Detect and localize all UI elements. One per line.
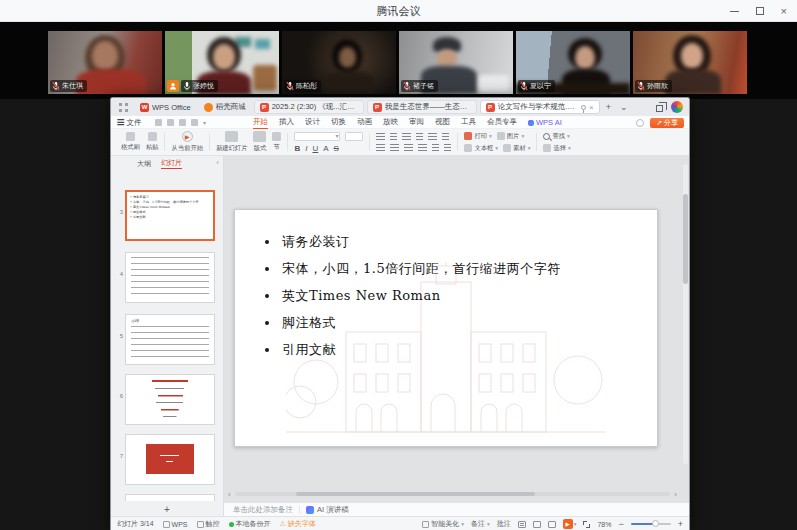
smart-beautify-button[interactable]: 智能美化▾ <box>422 519 464 529</box>
tab-outline[interactable]: 大纲 <box>137 159 151 169</box>
wps-status-item[interactable]: WPS <box>163 521 188 528</box>
new-tab-button[interactable]: + <box>603 102 614 112</box>
print-button[interactable]: 打印▾ <box>464 132 491 141</box>
align-right-icon[interactable] <box>404 144 413 152</box>
tab-docer-mall[interactable]: 稻壳商城 <box>199 100 251 114</box>
file-menu[interactable]: ☰ 文件 <box>117 116 142 129</box>
bold-button[interactable]: B <box>294 144 300 153</box>
save-icon[interactable] <box>155 119 162 126</box>
fit-slide-icon[interactable] <box>583 521 590 528</box>
ribbon-tab-insert[interactable]: 插入 <box>279 116 294 130</box>
missing-font-warning[interactable]: ⚠ 缺失字体 <box>280 519 316 529</box>
ribbon-tab-view[interactable]: 视图 <box>435 116 450 130</box>
font-size-select[interactable] <box>345 132 363 141</box>
underline-button[interactable]: U <box>312 144 318 153</box>
vertical-scrollbar[interactable] <box>683 164 688 464</box>
minimize-icon[interactable] <box>730 11 739 12</box>
tab-wps-home[interactable]: W WPS Office <box>135 100 196 114</box>
participant-tile[interactable]: 陈柏彤 <box>282 31 396 94</box>
numbered-list-icon[interactable] <box>390 133 397 141</box>
align-left-icon[interactable] <box>376 144 385 152</box>
zoom-slider-knob[interactable] <box>652 520 659 527</box>
restore-window-icon[interactable] <box>656 105 663 112</box>
tab-document-1[interactable]: P 2025.2 (2:30) 《现...汇文入门... <box>254 100 364 114</box>
notes-toggle-button[interactable]: 备注▾ <box>471 519 490 529</box>
indent-decrease-icon[interactable] <box>402 133 411 141</box>
ribbon-tab-tools[interactable]: 工具 <box>461 116 476 130</box>
participant-tile[interactable]: 褚子铭 <box>399 31 513 94</box>
ai-speech-button[interactable]: AI 演讲稿 <box>306 505 349 515</box>
ribbon-tab-home[interactable]: 开始 <box>253 116 268 130</box>
quick-access-caret-icon[interactable]: ▾ <box>203 119 206 126</box>
tab-slides[interactable]: 幻灯片 <box>161 158 182 169</box>
print-icon[interactable] <box>167 119 174 126</box>
comments-button[interactable]: 批注 <box>497 519 511 529</box>
pin-icon[interactable] <box>581 105 586 110</box>
find-button[interactable]: 查找▾ <box>543 132 569 141</box>
slide-thumbnail[interactable] <box>125 374 215 425</box>
scrollbar-thumb[interactable] <box>296 492 536 496</box>
local-backup-status[interactable]: 本地备份开 <box>229 519 271 529</box>
redo-icon[interactable] <box>191 119 198 126</box>
ribbon-tab-design[interactable]: 设计 <box>305 116 320 130</box>
user-avatar[interactable] <box>671 101 683 113</box>
insert-image-button[interactable]: 图片▾ <box>497 132 524 141</box>
line-spacing-icon[interactable] <box>428 133 437 141</box>
notes-placeholder[interactable]: 单击此处添加备注 <box>233 505 293 515</box>
participant-tile[interactable]: 孙雨欣 <box>633 31 747 94</box>
text-direction-icon[interactable] <box>442 133 449 141</box>
slide-thumbnail[interactable]: 小结 <box>125 314 215 365</box>
add-slide-button[interactable]: + <box>111 504 223 515</box>
textbox-button[interactable]: 文本框▾ <box>464 144 498 153</box>
font-color-button[interactable]: A <box>323 144 328 153</box>
close-icon[interactable]: × <box>781 6 787 16</box>
touch-mode-toggle[interactable]: 触控 <box>197 519 220 529</box>
maximize-icon[interactable] <box>756 7 764 15</box>
zoom-in-button[interactable]: + <box>678 519 683 529</box>
ribbon-tab-wps-ai[interactable]: WPS AI <box>528 116 562 130</box>
paste-button[interactable]: 粘贴 <box>146 132 159 152</box>
play-from-current-button[interactable]: ▶从当前开始 <box>171 131 202 153</box>
ribbon-tab-animation[interactable]: 动画 <box>357 116 372 130</box>
strikethrough-button[interactable]: S <box>334 144 339 153</box>
scroll-left-icon[interactable]: ‹ <box>228 490 231 499</box>
reading-view-icon[interactable] <box>548 521 556 528</box>
tab-document-active[interactable]: P 论文写作与学术规范.pptx × <box>480 100 600 114</box>
participant-tile[interactable]: 夏以宁 <box>516 31 630 94</box>
share-button[interactable]: ↗ 分享 <box>650 118 684 128</box>
ribbon-tab-transition[interactable]: 切换 <box>331 116 346 130</box>
zoom-level[interactable]: 78% <box>597 521 611 528</box>
slide-sorter-view-icon[interactable] <box>533 521 541 528</box>
slide-thumbnail[interactable] <box>125 252 215 303</box>
ribbon-tab-review[interactable]: 审阅 <box>409 116 424 130</box>
columns-icon[interactable] <box>432 144 439 152</box>
app-grid-icon[interactable] <box>119 103 128 112</box>
slide-thumbnail[interactable] <box>125 434 215 485</box>
layout-button[interactable]: 版式 <box>253 131 266 153</box>
participant-tile-active-speaker[interactable]: 张婷悦 <box>165 31 279 94</box>
panel-collapse-icon[interactable]: ‹ <box>216 158 219 167</box>
scrollbar-track[interactable] <box>235 492 671 496</box>
tab-document-2[interactable]: P 我是生态世界——生态批评视角下的... <box>367 100 477 114</box>
zoom-out-button[interactable]: − <box>618 519 623 529</box>
select-button[interactable]: 选择▾ <box>543 144 570 153</box>
ribbon-tab-slideshow[interactable]: 放映 <box>383 116 398 130</box>
tab-close-icon[interactable]: × <box>589 103 594 112</box>
scroll-right-icon[interactable]: › <box>674 490 677 499</box>
section-button[interactable]: 节 <box>272 132 281 152</box>
normal-view-icon[interactable] <box>518 521 526 528</box>
scrollbar-thumb[interactable] <box>683 194 688 284</box>
undo-icon[interactable] <box>179 119 186 126</box>
zoom-slider[interactable] <box>631 523 671 526</box>
speaker-notes-bar[interactable]: 单击此处添加备注 AI 演讲稿 <box>224 502 690 516</box>
justify-icon[interactable] <box>418 144 427 152</box>
align-center-icon[interactable] <box>390 144 399 152</box>
italic-button[interactable]: I <box>305 144 307 153</box>
tab-list-caret-icon[interactable]: ⌄ <box>617 102 631 112</box>
ribbon-tab-member[interactable]: 会员专享 <box>487 116 517 130</box>
paragraph-settings-icon[interactable] <box>444 144 451 152</box>
indent-increase-icon[interactable] <box>416 133 423 141</box>
format-painter-button[interactable]: 格式刷 <box>121 132 140 152</box>
slideshow-button[interactable]: ▶▾ <box>563 519 577 529</box>
current-slide[interactable]: 请务必装订 宋体，小四，1.5倍行间距，首行缩进两个字符 英文Times New… <box>234 209 658 447</box>
